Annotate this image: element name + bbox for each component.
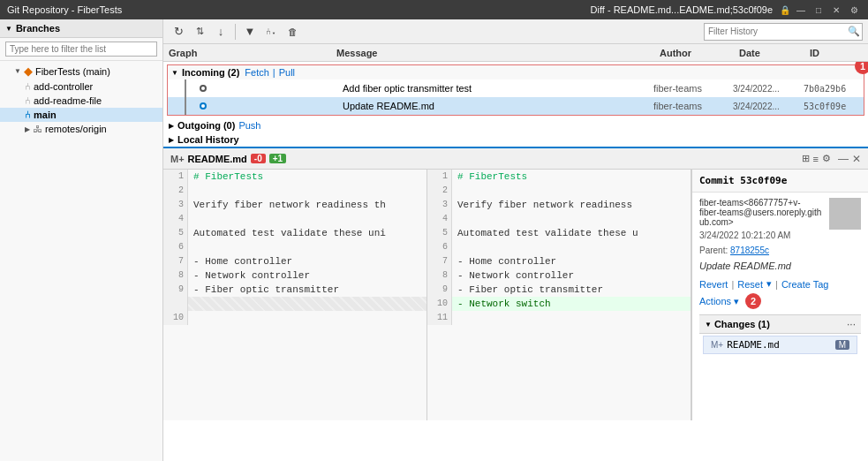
incoming-label: Incoming (2) (182, 67, 239, 78)
commit-author-cell-1: fiber-teams (650, 83, 729, 94)
sidebar-filter-container (0, 38, 162, 61)
commit-date-cell-2: 3/24/2022... (729, 102, 800, 111)
commit-id-cell-2: 53c0f09e (800, 102, 862, 111)
fetch-all-button[interactable]: ⇅ (190, 23, 209, 41)
branch-label: add-readme-file (34, 95, 102, 106)
branch-filter-button[interactable]: ⑃▾ (261, 23, 281, 41)
diff-close-button[interactable]: ✕ (852, 153, 861, 165)
commit-author-cell-2: fiber-teams (650, 101, 729, 111)
collapse-icon: ▼ (171, 69, 178, 77)
diff-header: M+ README.md -0 +1 ⊞ ≡ ⚙ — ✕ (163, 148, 868, 170)
branch-filter-input[interactable] (5, 42, 157, 57)
diff-view-side-button[interactable]: ⊞ (802, 153, 810, 164)
commit-detail-header: Commit 53c0f09e (692, 170, 868, 193)
diff-left-lines: 1 # FiberTests 2 3 Verify fiber network … (163, 170, 426, 420)
create-tag-link[interactable]: Create Tag (781, 279, 829, 290)
diff-line: 4 (163, 212, 426, 226)
commit-detail-message: Update README.md (699, 261, 861, 271)
commit-detail-parent: Parent: 8718255c (699, 246, 861, 255)
close-window-button[interactable]: ✕ (829, 3, 843, 17)
sidebar-item-remotes-origin[interactable]: ▶ 🖧 remotes/origin (0, 122, 162, 136)
changes-title: Changes (1) (714, 319, 770, 329)
sidebar-item-add-readme-file[interactable]: ⑃ add-readme-file (0, 94, 162, 108)
main-container: ▼ Branches ▼ ◆ FiberTests (main) ⑃ add-c… (0, 19, 868, 461)
avatar (829, 198, 861, 230)
clear-filter-button[interactable]: 🗑 (283, 23, 302, 41)
sidebar-item-main[interactable]: ⑃ main (0, 108, 162, 122)
author-column-header: Author (656, 48, 736, 58)
commit-graph-cell-2 (170, 97, 337, 115)
branches-title: Branches (16, 23, 60, 34)
diff-view-inline-button[interactable]: ≡ (813, 154, 819, 164)
title-bar-right: Diff - README.md...EADME.md;53c0f09e 🔒 —… (591, 3, 861, 17)
refresh-button[interactable]: ↻ (169, 23, 188, 41)
graph-line-1 (175, 79, 196, 97)
actions-row: Actions ▾ 2 (699, 293, 861, 309)
commit-detail-date: 3/24/2022 10:21:20 AM (699, 230, 861, 240)
diff-line: 5 Automated test validate these u (427, 226, 691, 240)
diff-line: 8 - Network controller (427, 268, 691, 283)
diff-minimize-button[interactable]: — (838, 153, 849, 165)
date-column-header: Date (736, 48, 806, 58)
toolbar-separator-1 (235, 24, 236, 40)
filter-history-input[interactable] (705, 26, 846, 36)
fetch-pull-links: Fetch | Pull (245, 67, 295, 78)
maximize-button[interactable]: □ (811, 3, 826, 17)
collapse-icon: ▶ (169, 136, 174, 144)
filter-button[interactable]: ▼ (240, 23, 260, 41)
branch-icon: ⑃ (25, 81, 31, 92)
table-row[interactable]: Update README.md fiber-teams 3/24/2022..… (168, 97, 864, 115)
list-item[interactable]: M+ README.md M (703, 336, 857, 354)
added-badge: +1 (269, 154, 286, 163)
branch-label: remotes/origin (45, 124, 107, 134)
minimize-button[interactable]: — (794, 3, 808, 17)
diff-line: 5 Automated test validate these uni (163, 226, 426, 240)
push-link[interactable]: Push (238, 120, 260, 131)
pull-button[interactable]: ↓ (211, 23, 230, 41)
title-bar-text: Git Repository - FiberTests (7, 4, 122, 15)
reset-link[interactable]: Reset (737, 279, 763, 290)
graph-and-diff: ▼ Incoming (2) Fetch | Pull 1 (163, 62, 868, 461)
diff-line: 1 # FiberTests (427, 170, 691, 184)
column-headers: Graph Message Author Date ID (163, 44, 868, 62)
diff-line: 6 (163, 240, 426, 254)
commit-graph-cell-1 (170, 79, 337, 97)
diff-options-button[interactable]: ⚙ (822, 153, 831, 164)
search-icon[interactable]: 🔍 (846, 24, 862, 40)
actions-link[interactable]: Actions (699, 296, 731, 306)
diff-line: 2 (427, 184, 691, 198)
parent-link[interactable]: 8718255c (730, 246, 769, 255)
removed-badge: -0 (251, 154, 266, 163)
reset-dropdown-icon[interactable]: ▾ (766, 278, 772, 290)
sidebar-item-fiberTests-main[interactable]: ▼ ◆ FiberTests (main) (0, 63, 162, 79)
fetch-link[interactable]: Fetch (245, 67, 269, 78)
diff-line: 6 (427, 240, 691, 254)
local-history-label: Local History (177, 134, 239, 145)
commit-message-cell-2: Update README.md (337, 101, 650, 111)
sidebar-item-add-controller[interactable]: ⑃ add-controller (0, 79, 162, 94)
change-item-name: README.md (727, 339, 831, 351)
diff-line: 7 - Home controller (163, 254, 426, 268)
changes-header: ▼ Changes (1) ··· (699, 315, 861, 334)
commit-id-cell-1: 7b0a29b6 (800, 84, 862, 94)
pull-link[interactable]: Pull (279, 67, 295, 78)
diff-line: 11 (427, 311, 691, 325)
settings-icon[interactable]: ⚙ (847, 3, 861, 17)
changes-more-icon[interactable]: ··· (847, 318, 856, 330)
title-bar-left: Git Repository - FiberTests (7, 4, 122, 15)
commit-actions: Revert | Reset ▾ | Create Tag (699, 278, 861, 290)
table-row[interactable]: Add fiber optic transmitter test fiber-t… (168, 79, 864, 97)
diff-main: 1 # FiberTests 2 3 Verify fiber network … (163, 170, 868, 420)
sidebar: ▼ Branches ▼ ◆ FiberTests (main) ⑃ add-c… (0, 19, 163, 461)
diff-container: M+ README.md -0 +1 ⊞ ≡ ⚙ — ✕ (163, 147, 868, 420)
diff-line: 3 Verify fiber network readiness th (163, 198, 426, 212)
graph-line-2 (175, 97, 196, 115)
revert-link[interactable]: Revert (699, 279, 728, 290)
diff-line: 2 (163, 184, 426, 198)
outgoing-section: ▶ Outgoing (0) Push (163, 118, 868, 132)
title-bar: Git Repository - FiberTests Diff - READM… (0, 0, 868, 19)
collapse-icon: ▶ (169, 122, 174, 130)
filter-history-box: 🔍 (704, 23, 863, 41)
incoming-section: ▼ Incoming (2) Fetch | Pull 1 (167, 64, 864, 116)
actions-dropdown-icon[interactable]: ▾ (734, 296, 739, 307)
